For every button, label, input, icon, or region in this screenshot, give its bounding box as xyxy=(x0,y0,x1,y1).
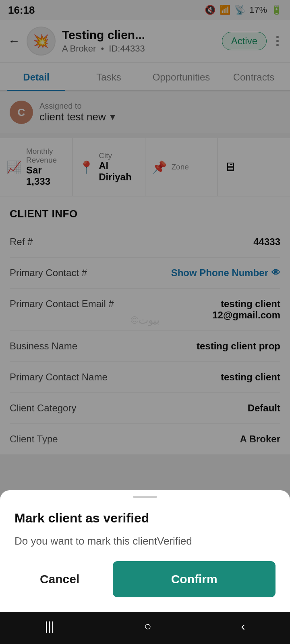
confirm-button[interactable]: Confirm xyxy=(113,561,276,597)
nav-recent-icon[interactable]: ||| xyxy=(45,619,54,633)
cancel-button[interactable]: Cancel xyxy=(14,561,105,597)
sheet-content: Mark client as verified Do you want to m… xyxy=(0,498,290,612)
sheet-title: Mark client as verified xyxy=(14,511,276,526)
nav-bar: ||| ○ ‹ xyxy=(0,612,290,644)
bottom-sheet: Mark client as verified Do you want to m… xyxy=(0,490,290,612)
nav-back-icon[interactable]: ‹ xyxy=(241,619,245,633)
sheet-buttons: Cancel Confirm xyxy=(14,561,276,597)
sheet-message: Do you want to mark this clientVerified xyxy=(14,534,276,548)
nav-home-icon[interactable]: ○ xyxy=(144,619,151,633)
